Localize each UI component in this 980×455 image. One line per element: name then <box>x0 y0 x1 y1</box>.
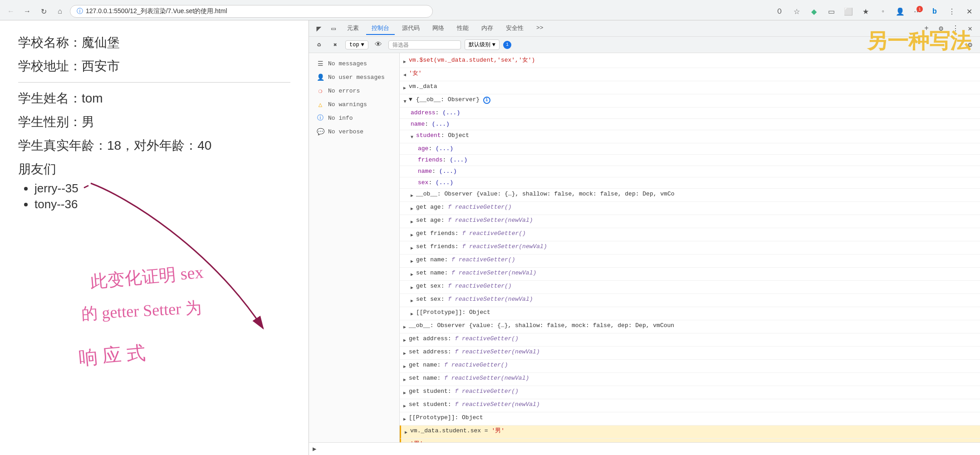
console-filter-icon[interactable]: ✖ <box>329 39 342 51</box>
console-row-friends[interactable]: friends: (...) <box>400 155 980 166</box>
bing-icon[interactable]: b <box>928 5 941 18</box>
setage-arrow[interactable]: ▶ <box>411 218 413 227</box>
console-row-setfriends[interactable]: ▶ set friends: f reactiveSetter(newVal) <box>400 241 980 254</box>
console-settings-icon[interactable]: ⚙ <box>964 39 976 51</box>
setsex-arrow[interactable]: ▶ <box>411 297 413 306</box>
proto2-arrow[interactable]: ▶ <box>403 323 406 332</box>
devtools-icon-inspect[interactable]: ◤ <box>313 22 325 35</box>
getstudent-arrow[interactable]: ▶ <box>403 389 406 398</box>
tab-elements[interactable]: 元素 <box>342 22 364 35</box>
console-row-setname[interactable]: ▶ set name: f reactiveSetter(newVal) <box>400 268 980 281</box>
console-row-setsex[interactable]: ▶ set sex: f reactiveSetter(newVal) <box>400 294 980 307</box>
tab-security[interactable]: 安全性 <box>500 22 529 35</box>
row0-arrow[interactable]: ▶ <box>403 58 406 67</box>
console-row-addr[interactable]: address: (...) <box>400 108 980 119</box>
extension-vue-icon[interactable]: ◆ <box>808 5 820 18</box>
devtools-close-icon[interactable]: ✕ <box>964 22 976 35</box>
getfriends-arrow[interactable]: ▶ <box>411 231 413 240</box>
setstudent-arrow[interactable]: ▶ <box>403 402 406 411</box>
row3-arrow[interactable]: ▶ <box>400 100 409 103</box>
proto0-arrow[interactable]: ▶ <box>411 191 413 201</box>
sidebar-icon[interactable]: ▭ <box>825 5 838 18</box>
proto3-arrow[interactable]: ▶ <box>403 415 406 424</box>
console-row-getstudent[interactable]: ▶ get student: f reactiveGetter() <box>400 386 980 399</box>
devtools-more-icon[interactable]: ⋮ <box>949 22 962 35</box>
bookmark-icon[interactable]: ☆ <box>790 5 803 18</box>
getsex-arrow[interactable]: ▶ <box>411 284 413 293</box>
console-row-0[interactable]: ▶ vm.$set(vm._data.student,'sex','女') <box>400 55 980 68</box>
setname-arrow[interactable]: ▶ <box>411 270 413 279</box>
console-row-getfriends[interactable]: ▶ get friends: f reactiveGetter() <box>400 228 980 241</box>
filter-no-errors[interactable]: ❍ No errors <box>309 84 399 98</box>
console-row-proto1[interactable]: ▶ [[Prototype]]: Object <box>400 307 980 320</box>
console-row-proto3[interactable]: ▶ [[Prototype]]: Object <box>400 412 980 426</box>
setname2-arrow[interactable]: ▶ <box>403 376 406 385</box>
console-row-setstudent[interactable]: ▶ set student: f reactiveSetter(newVal) <box>400 399 980 412</box>
getaddr-arrow[interactable]: ▶ <box>403 336 406 345</box>
getname-arrow[interactable]: ▶ <box>411 257 413 266</box>
console-input[interactable] <box>319 445 976 452</box>
filter-no-info[interactable]: ⓘ No info <box>309 111 399 125</box>
console-row-getsex[interactable]: ▶ get sex: f reactiveGetter() <box>400 281 980 294</box>
console-row-2[interactable]: ▶ vm._data <box>400 81 980 94</box>
tab-more[interactable]: >> <box>531 23 549 34</box>
console-row-proto2[interactable]: ▶ __ob__: Observer {value: {…}, shallow:… <box>400 320 980 333</box>
translate-icon[interactable]: ０ <box>773 5 786 18</box>
console-main[interactable]: ▶ vm.$set(vm._data.student,'sex','女') ◀ … <box>400 53 980 442</box>
tab-network[interactable]: 网络 <box>427 22 450 35</box>
settings-icon[interactable]: ⋮ <box>946 5 958 18</box>
console-row-1[interactable]: ◀ '女' <box>400 68 980 81</box>
home-button[interactable]: ⌂ <box>54 5 66 18</box>
console-filter-input[interactable] <box>388 40 461 49</box>
close-icon[interactable]: ✕ <box>963 5 975 18</box>
console-row-highlighted-output[interactable]: ◀ '男' <box>400 439 980 442</box>
collections-icon[interactable]: ◦ <box>877 5 889 18</box>
refresh-button[interactable]: ↻ <box>37 5 50 18</box>
profile-icon[interactable]: 👤 <box>894 5 906 18</box>
split-view-icon[interactable]: ⬜ <box>842 5 855 18</box>
console-eye-icon[interactable]: 👁 <box>372 39 385 51</box>
devtools-icon-device[interactable]: ▭ <box>327 22 340 35</box>
console-row-getage[interactable]: ▶ get age: f reactiveGetter() <box>400 202 980 215</box>
devtools-add-icon[interactable]: + <box>920 22 933 35</box>
forward-button[interactable]: → <box>21 5 34 18</box>
tab-console[interactable]: 控制台 <box>366 22 395 35</box>
console-row-setaddr[interactable]: ▶ set address: f reactiveSetter(newVal) <box>400 347 980 360</box>
console-row-age[interactable]: age: (...) <box>400 143 980 155</box>
extensions-icon[interactable]: ⋯ 1 <box>911 5 924 18</box>
row2-arrow[interactable]: ▶ <box>403 84 406 93</box>
getage-arrow[interactable]: ▶ <box>411 205 413 214</box>
address-bar[interactable]: ⓘ 127.0.0.1:5500/12_列表渲染/7.Vue.set的使用.ht… <box>70 5 433 18</box>
info-circle-icon[interactable]: i <box>483 97 490 104</box>
console-row-getname2[interactable]: ▶ get name: f reactiveGetter() <box>400 360 980 373</box>
console-row-setname2[interactable]: ▶ set name: f reactiveSetter(newVal) <box>400 373 980 386</box>
default-level-btn[interactable]: 默认级别 ▼ <box>465 39 500 50</box>
console-input-row[interactable]: ▶ <box>309 442 980 455</box>
favorites-icon[interactable]: ★ <box>859 5 872 18</box>
console-row-getname[interactable]: ▶ get name: f reactiveGetter() <box>400 254 980 268</box>
console-row-3[interactable]: ▶ ▼ {__ob__: Observer} i <box>400 94 980 108</box>
tab-source[interactable]: 源代码 <box>397 22 425 35</box>
console-row-proto0[interactable]: ▶ __ob__: Observer {value: {…}, shallow:… <box>400 189 980 202</box>
filter-no-user-messages[interactable]: 👤 No user messages <box>309 70 399 84</box>
tab-performance[interactable]: 性能 <box>451 22 474 35</box>
console-level-top[interactable]: top ▼ <box>345 40 368 49</box>
filter-no-warnings[interactable]: △ No warnings <box>309 98 399 111</box>
console-row-setage[interactable]: ▶ set age: f reactiveSetter(newVal) <box>400 215 980 228</box>
console-row-sex[interactable]: sex: (...) <box>400 177 980 189</box>
devtools-settings-icon[interactable]: ⚙ <box>935 22 947 35</box>
console-row-highlighted-input[interactable]: ▶ vm._data.student.sex = '男' <box>400 426 980 439</box>
tab-memory[interactable]: 内存 <box>476 22 499 35</box>
back-button[interactable]: ← <box>5 5 17 18</box>
console-row-getaddr[interactable]: ▶ get address: f reactiveGetter() <box>400 333 980 347</box>
proto1-arrow[interactable]: ▶ <box>411 310 413 319</box>
console-clear-icon[interactable]: ♻ <box>313 39 325 51</box>
console-row-name[interactable]: name: (...) <box>400 119 980 130</box>
getname2-arrow[interactable]: ▶ <box>403 362 406 372</box>
console-row-student[interactable]: ▼ student: Object <box>400 130 980 143</box>
setfriends-arrow[interactable]: ▶ <box>411 244 413 253</box>
filter-no-verbose[interactable]: 💬 No verbose <box>309 125 399 138</box>
console-row-name2[interactable]: name: (...) <box>400 166 980 177</box>
setaddr-arrow[interactable]: ▶ <box>403 349 406 358</box>
highlighted-arrow[interactable]: ▶ <box>405 428 407 437</box>
